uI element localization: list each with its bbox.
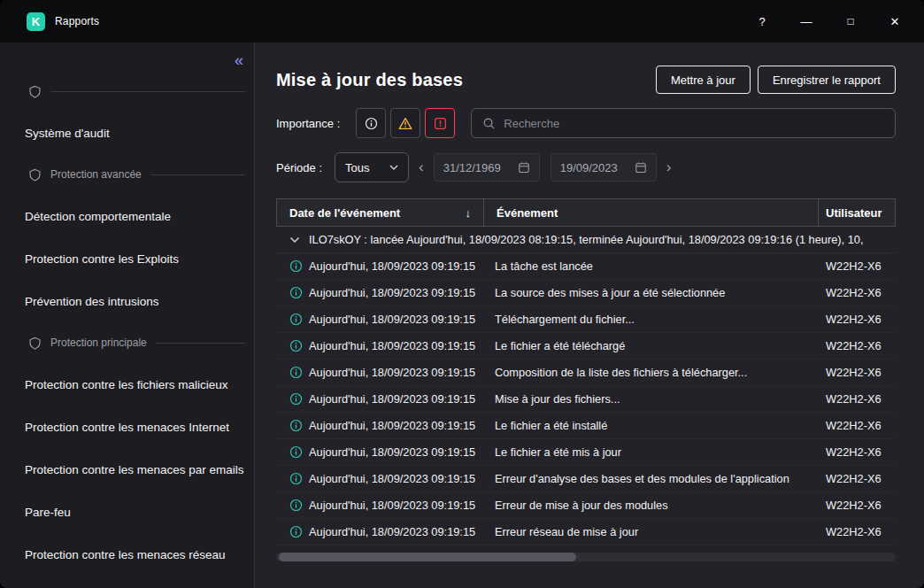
event-text: Téléchargement du fichier... (482, 313, 819, 326)
event-date: Aujourd'hui, 18/09/2023 09:19:15 (309, 472, 475, 485)
event-text: Erreur d'analyse des bases et des module… (482, 472, 819, 485)
info-icon (289, 419, 303, 432)
date-from-field[interactable]: 31/12/1969 (434, 153, 540, 182)
event-user: W22H2-X6 (819, 339, 896, 352)
date-to-field[interactable]: 19/09/2023 (551, 153, 657, 182)
info-icon (289, 286, 303, 299)
main-panel: Mise à jour des bases Mettre à jour Enre… (255, 43, 924, 588)
prev-period-button[interactable]: ‹ (419, 159, 424, 176)
event-date: Aujourd'hui, 18/09/2023 09:19:15 (309, 419, 475, 432)
table-row[interactable]: Aujourd'hui, 18/09/2023 09:19:15 Le fich… (276, 413, 896, 439)
event-user: W22H2-X6 (819, 259, 896, 273)
sidebar-item[interactable]: Protection contre les menaces par emails (0, 448, 254, 491)
main-header: Mise à jour des bases Mettre à jour Enre… (276, 66, 896, 94)
shield-icon (28, 168, 42, 182)
column-header-date-label: Date de l'événement (289, 206, 400, 220)
window-body: « Système d'audit Protection avancée Dét… (0, 43, 924, 588)
critical-icon (434, 117, 447, 130)
collapse-sidebar-button[interactable]: « (235, 50, 243, 71)
info-icon (289, 445, 303, 459)
info-icon (289, 259, 303, 273)
sort-desc-icon: ↓ (466, 206, 472, 220)
search-icon (482, 117, 496, 130)
next-period-button[interactable]: › (666, 159, 672, 176)
table-row[interactable]: Aujourd'hui, 18/09/2023 09:19:15 Le fich… (276, 439, 896, 466)
events-table: Date de l'événement ↓ Événement Utilisat… (276, 198, 896, 545)
update-button[interactable]: Mettre à jour (656, 66, 751, 94)
info-icon (289, 499, 303, 512)
event-date: Aujourd'hui, 18/09/2023 09:19:15 (309, 525, 475, 538)
table-row[interactable]: Aujourd'hui, 18/09/2023 09:19:15 Erreur … (276, 492, 896, 519)
sidebar: « Système d'audit Protection avancée Dét… (0, 43, 255, 588)
table-row[interactable]: Aujourd'hui, 18/09/2023 09:19:15 Erreur … (276, 519, 896, 545)
search-box[interactable] (471, 108, 896, 138)
table-row[interactable]: Aujourd'hui, 18/09/2023 09:19:15 Erreur … (276, 466, 896, 492)
period-select[interactable]: Tous (335, 152, 409, 182)
period-select-value: Tous (345, 161, 369, 174)
close-button[interactable]: ✕ (883, 10, 906, 33)
sidebar-item[interactable]: Protection contre les menaces réseau (0, 533, 254, 576)
sidebar-section: Protection principale (0, 322, 254, 363)
table-row[interactable]: Aujourd'hui, 18/09/2023 09:19:15 Mise à … (276, 386, 896, 413)
minimize-button[interactable]: — (795, 10, 818, 33)
sidebar-item[interactable]: Système d'audit (0, 112, 254, 154)
sidebar-item-label: Pare-feu (25, 506, 71, 519)
event-date: Aujourd'hui, 18/09/2023 09:19:15 (309, 445, 475, 459)
horizontal-scrollbar[interactable] (276, 553, 896, 561)
info-icon (289, 339, 303, 352)
period-label: Période : (276, 161, 322, 174)
sidebar-item[interactable]: Prévention des intrusions (0, 280, 254, 322)
table-row[interactable]: Aujourd'hui, 18/09/2023 09:19:15 Le fich… (276, 333, 896, 360)
sidebar-item-label: Protection contre les fichiers malicieux (25, 378, 228, 391)
event-date: Aujourd'hui, 18/09/2023 09:19:15 (309, 366, 475, 379)
calendar-icon (635, 161, 647, 174)
table-row[interactable]: Aujourd'hui, 18/09/2023 09:19:15 La sour… (276, 280, 896, 306)
sidebar-item[interactable]: Pare-feu (0, 491, 254, 533)
page-title: Mise à jour des bases (276, 70, 463, 90)
sidebar-item-label: Protection contre les menaces par emails (25, 463, 244, 476)
event-text: Le fichier a été mis à jour (482, 445, 819, 459)
event-user: W22H2-X6 (819, 445, 896, 459)
header-actions: Mettre à jour Enregistrer le rapport (656, 66, 896, 94)
column-header-event[interactable]: Événement (483, 199, 818, 226)
sidebar-item[interactable]: Protection contre les Exploits (0, 237, 254, 280)
maximize-button[interactable]: □ (839, 10, 862, 33)
sidebar-item-label: Protection contre les menaces réseau (25, 548, 226, 561)
sidebar-item[interactable]: Protection contre les fichiers malicieux (0, 363, 254, 406)
filter-warning-button[interactable] (390, 108, 420, 138)
event-user: W22H2-X6 (819, 525, 896, 538)
event-date: Aujourd'hui, 18/09/2023 09:19:15 (309, 259, 475, 273)
table-row[interactable]: Aujourd'hui, 18/09/2023 09:19:15 Télécha… (276, 306, 896, 333)
event-date: Aujourd'hui, 18/09/2023 09:19:15 (309, 286, 475, 299)
filter-critical-button[interactable] (425, 108, 455, 138)
save-report-button[interactable]: Enregistrer le rapport (758, 66, 896, 94)
event-text: Mise à jour des fichiers... (482, 392, 819, 406)
sidebar-item[interactable]: Protection contre les menaces Internet (0, 406, 254, 448)
filter-info-button[interactable] (356, 108, 386, 138)
column-header-user[interactable]: Utilisateur (818, 199, 895, 226)
period-filter-row: Période : Tous ‹ 31/12/1969 19/09/2023 › (276, 152, 896, 182)
event-user: W22H2-X6 (819, 499, 896, 512)
sidebar-item-label: Système d'audit (25, 127, 110, 140)
table-row[interactable]: Aujourd'hui, 18/09/2023 09:19:15 Composi… (276, 360, 896, 386)
group-row[interactable]: ILO7skOY : lancée Aujourd'hui, 18/09/202… (276, 227, 896, 253)
table-row[interactable]: Aujourd'hui, 18/09/2023 09:19:15 La tâch… (276, 253, 896, 280)
event-text: La tâche est lancée (482, 259, 819, 273)
sidebar-section: Protection avancée (0, 154, 254, 195)
scrollbar-thumb[interactable] (279, 553, 576, 561)
sidebar-section-label: Protection avancée (50, 168, 142, 181)
column-header-date[interactable]: Date de l'événement ↓ (277, 199, 483, 226)
info-icon (289, 313, 303, 326)
event-user: W22H2-X6 (819, 419, 896, 432)
chevron-down-icon (289, 236, 300, 244)
column-header-user-label: Utilisateur (826, 206, 882, 220)
search-input[interactable] (504, 117, 884, 130)
table-header: Date de l'événement ↓ Événement Utilisat… (276, 198, 896, 227)
section-divider (50, 91, 245, 92)
event-user: W22H2-X6 (819, 472, 896, 485)
column-header-event-label: Événement (497, 206, 558, 220)
sidebar-item-label: Protection contre les menaces Internet (25, 421, 229, 434)
event-date: Aujourd'hui, 18/09/2023 09:19:15 (309, 392, 475, 406)
sidebar-item[interactable]: Détection comportementale (0, 195, 254, 237)
help-button[interactable]: ? (751, 10, 774, 33)
